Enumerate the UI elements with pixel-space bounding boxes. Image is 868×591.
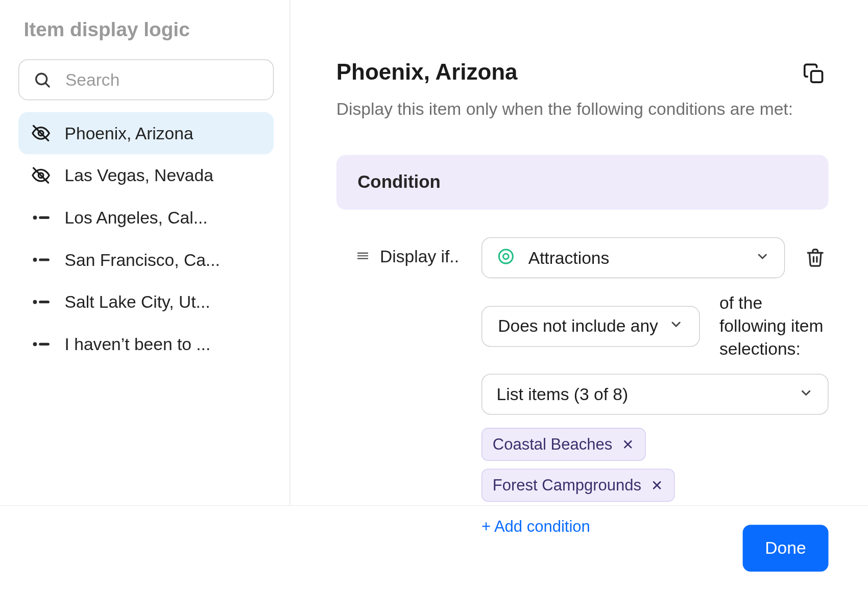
chevron-down-icon	[799, 384, 813, 405]
sidebar-item-sf[interactable]: San Francisco, Ca...	[18, 239, 274, 281]
chevron-down-icon	[669, 316, 683, 336]
svg-point-11	[503, 254, 509, 259]
search-icon	[33, 70, 52, 89]
page-title: Phoenix, Arizona	[336, 59, 518, 85]
chip-label: Coastal Beaches	[493, 435, 612, 454]
trailing-text: of the following item selections:	[719, 291, 828, 361]
sidebar-item-label: Phoenix, Arizona	[65, 123, 194, 143]
field-select[interactable]: Attractions	[481, 237, 785, 278]
operator-select[interactable]: Does not include any	[481, 306, 700, 347]
drag-handle-icon[interactable]	[356, 237, 380, 265]
bullet-icon	[29, 342, 53, 346]
sidebar-list: Phoenix, Arizona Las Vegas, Nevada Los A…	[18, 112, 274, 365]
operator-label: Does not include any	[498, 316, 658, 336]
hidden-icon	[29, 165, 53, 185]
sidebar-title: Item display logic	[18, 18, 274, 41]
chip-forest-campgrounds: Forest Campgrounds	[481, 469, 675, 502]
add-condition-button[interactable]: + Add condition	[481, 518, 590, 536]
sidebar-item-phoenix[interactable]: Phoenix, Arizona	[18, 112, 274, 155]
sidebar-item-label: Las Vegas, Nevada	[65, 165, 213, 186]
condition-header: Condition	[336, 155, 829, 210]
search-wrap	[18, 59, 274, 100]
bullet-icon	[29, 258, 53, 262]
bullet-icon	[29, 215, 53, 219]
hidden-icon	[29, 124, 53, 143]
chevron-down-icon	[755, 249, 769, 266]
display-if-label: Display if..	[380, 237, 459, 267]
radio-icon	[497, 247, 515, 268]
items-summary: List items (3 of 8)	[497, 384, 629, 405]
chips-row: Coastal Beaches Forest Campgrounds	[481, 428, 829, 502]
sidebar-item-label: San Francisco, Ca...	[65, 250, 220, 270]
svg-point-10	[499, 250, 513, 263]
items-select[interactable]: List items (3 of 8)	[481, 374, 829, 415]
chip-remove-button[interactable]	[621, 438, 635, 451]
sidebar-item-none[interactable]: I haven’t been to ...	[18, 323, 274, 365]
content: Phoenix, Arizona Display this item only …	[290, 0, 868, 505]
bullet-icon	[29, 300, 53, 304]
page-subtitle: Display this item only when the followin…	[336, 99, 829, 119]
field-label: Attractions	[528, 248, 742, 268]
sidebar-item-label: I haven’t been to ...	[65, 334, 211, 354]
sidebar-item-label: Salt Lake City, Ut...	[65, 292, 210, 312]
search-input[interactable]	[18, 59, 274, 100]
sidebar-item-slc[interactable]: Salt Lake City, Ut...	[18, 281, 274, 323]
svg-line-1	[45, 83, 49, 87]
sidebar-item-la[interactable]: Los Angeles, Cal...	[18, 196, 274, 239]
copy-button[interactable]	[800, 59, 829, 88]
delete-condition-button[interactable]	[802, 244, 829, 271]
chip-label: Forest Campgrounds	[493, 476, 641, 495]
sidebar-item-label: Los Angeles, Cal...	[65, 207, 208, 228]
chip-coastal-beaches: Coastal Beaches	[481, 428, 646, 461]
sidebar-item-lasvegas[interactable]: Las Vegas, Nevada	[18, 154, 274, 196]
svg-rect-6	[811, 71, 823, 82]
sidebar: Item display logic Phoenix, Arizona	[0, 0, 290, 505]
chip-remove-button[interactable]	[650, 479, 664, 492]
